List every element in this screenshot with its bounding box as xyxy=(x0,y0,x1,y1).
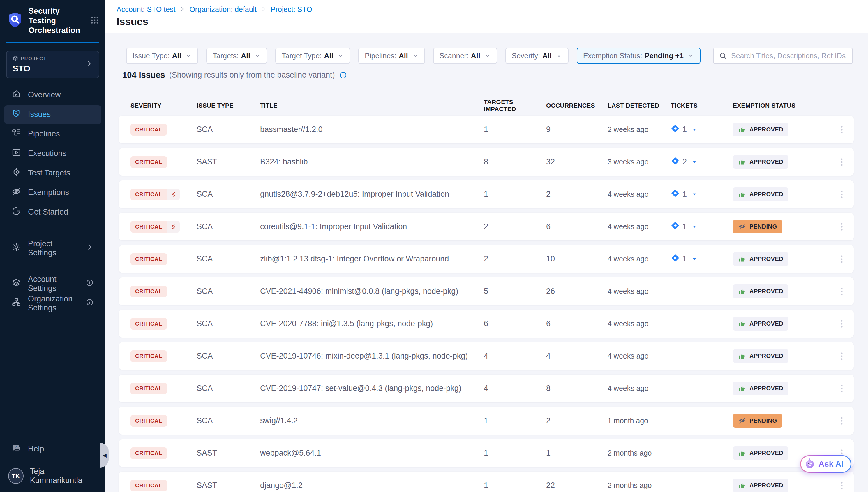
issue-title: webpack@5.64.1 xyxy=(260,448,484,458)
table-row[interactable]: CRITICALSCAcoreutils@9.1-1: Improper Inp… xyxy=(119,213,854,241)
filter-issue-type[interactable]: Issue Type:All xyxy=(126,48,198,64)
severity-stack-icon xyxy=(167,221,180,232)
row-menu-kebab-icon[interactable] xyxy=(837,351,847,361)
filter-scanner[interactable]: Scanner:All xyxy=(433,48,497,64)
exemption-status-cell: APPROVED xyxy=(733,478,837,492)
exemption-status-badge[interactable]: PENDING xyxy=(733,414,782,427)
page-title: Issues xyxy=(116,16,148,27)
exemption-status-badge[interactable]: APPROVED xyxy=(733,478,788,492)
severity-badge: CRITICAL xyxy=(131,221,180,232)
last-detected-cell: 1 month ago xyxy=(608,417,671,425)
jira-ticket-icon xyxy=(671,253,680,264)
exemption-status-badge[interactable]: APPROVED xyxy=(733,188,788,201)
severity-badge: CRITICAL xyxy=(131,253,167,265)
row-menu-kebab-icon[interactable] xyxy=(837,222,847,232)
user-menu[interactable]: TK Teja Kummarikuntla xyxy=(4,466,101,486)
caret-down-icon[interactable] xyxy=(691,159,697,165)
row-menu-kebab-icon[interactable] xyxy=(837,254,847,264)
table-row[interactable]: CRITICALSCACVE-2021-44906: minimist@0.0.… xyxy=(119,277,854,305)
ticket-link[interactable]: 2 xyxy=(671,156,733,167)
table-row[interactable]: CRITICALSCACVE-2019-10746: mixin-deep@1.… xyxy=(119,342,854,370)
filter-target-type[interactable]: Target Type:All xyxy=(275,48,350,64)
severity-badge: CRITICAL xyxy=(131,383,167,394)
project-selector[interactable]: PROJECT STO xyxy=(6,51,99,78)
table-row[interactable]: CRITICALSCACVE-2020-7788: ini@1.3.5 (lan… xyxy=(119,310,854,338)
row-grid: CRITICALSASTwebpack@5.64.1112 months ago… xyxy=(119,439,854,467)
eye-off-icon xyxy=(738,223,746,230)
table-row[interactable]: CRITICALSCAswig//1.4.2121 month agoPENDI… xyxy=(119,407,854,435)
filter-value: All xyxy=(324,52,333,60)
filter-exemption-status[interactable]: Exemption Status:Pending +1 xyxy=(577,48,701,64)
exemption-status-cell: APPROVED xyxy=(733,252,837,266)
row-menu-kebab-icon[interactable] xyxy=(837,416,847,426)
project-label: PROJECT xyxy=(21,56,47,62)
sidebar-item-executions[interactable]: Executions xyxy=(4,144,101,163)
exemption-status-badge[interactable]: APPROVED xyxy=(733,155,788,169)
caret-down-icon[interactable] xyxy=(691,256,697,262)
breadcrumb-link[interactable]: Organization: default xyxy=(189,5,257,14)
account-icon xyxy=(12,278,21,290)
ticket-link[interactable]: 1 xyxy=(671,253,733,264)
row-menu-kebab-icon[interactable] xyxy=(837,157,847,167)
exemption-status-badge[interactable]: APPROVED xyxy=(733,317,788,330)
ticket-link[interactable]: 1 xyxy=(671,189,733,200)
exemption-status-badge[interactable]: APPROVED xyxy=(733,252,788,266)
ticket-link[interactable]: 1 xyxy=(671,124,733,135)
table-row[interactable]: CRITICALSCAzlib@1:1.2.13.dfsg-1: Integer… xyxy=(119,245,854,273)
row-menu-kebab-icon[interactable] xyxy=(837,319,847,329)
row-menu-kebab-icon[interactable] xyxy=(837,384,847,393)
exemption-status-badge[interactable]: APPROVED xyxy=(733,285,788,298)
table-row[interactable]: CRITICALSASTdjango@1.21222 months agoAPP… xyxy=(119,472,854,492)
occurrences-cell: 2 xyxy=(546,416,608,425)
exemption-status-badge[interactable]: APPROVED xyxy=(733,382,788,395)
row-menu-kebab-icon[interactable] xyxy=(837,287,847,296)
row-menu-kebab-icon[interactable] xyxy=(837,190,847,199)
filter-severity[interactable]: Severity:All xyxy=(505,48,569,64)
table-row[interactable]: CRITICALSASTB324: hashlib8323 weeks ago2… xyxy=(119,148,854,176)
sidebar-item-test-targets[interactable]: Test Targets xyxy=(4,164,101,182)
exemption-status-badge[interactable]: PENDING xyxy=(733,220,782,233)
app-grid-icon[interactable] xyxy=(90,15,100,26)
caret-down-icon[interactable] xyxy=(691,224,697,230)
breadcrumb-link[interactable]: Project: STO xyxy=(270,5,312,14)
issue-title: CVE-2019-10746: mixin-deep@1.3.1 (lang-p… xyxy=(260,351,484,361)
exemption-status-cell: APPROVED xyxy=(733,382,837,395)
thumbs-up-icon xyxy=(738,449,746,457)
exemption-status-badge[interactable]: APPROVED xyxy=(733,349,788,363)
severity-badge: CRITICAL xyxy=(131,350,167,362)
thumbs-up-icon xyxy=(738,287,746,295)
row-menu-kebab-icon[interactable] xyxy=(837,125,847,135)
caret-down-icon[interactable] xyxy=(691,192,697,197)
filter-label: Scanner: xyxy=(440,52,469,60)
sidebar-item-project-settings[interactable]: Project Settings xyxy=(4,239,101,258)
sidebar-item-exemptions[interactable]: Exemptions xyxy=(4,183,101,202)
table-row[interactable]: CRITICALSASTwebpack@5.64.1112 months ago… xyxy=(119,439,854,467)
sidebar-item-organization-settings[interactable]: Organization Settings xyxy=(4,294,101,313)
issue-type-cell: SAST xyxy=(196,448,260,458)
ticket-link[interactable]: 1 xyxy=(671,221,733,232)
row-grid: CRITICALSCAgnutls28@3.7.9-2+deb12u5: Imp… xyxy=(119,180,854,208)
sidebar-item-get-started[interactable]: Get Started xyxy=(4,203,101,222)
exemption-status-badge[interactable]: APPROVED xyxy=(733,123,788,137)
row-menu-kebab-icon[interactable] xyxy=(837,481,847,491)
sidebar-item-issues[interactable]: Issues xyxy=(4,105,101,124)
table-row[interactable]: CRITICALSCACVE-2019-10747: set-value@0.4… xyxy=(119,374,854,402)
jira-ticket-icon xyxy=(671,189,680,200)
table-row[interactable]: CRITICALSCAbassmaster//1.2.0192 weeks ag… xyxy=(119,116,854,143)
search-input[interactable] xyxy=(731,52,847,60)
sidebar-item-pipelines[interactable]: Pipelines xyxy=(4,125,101,143)
caret-down-icon[interactable] xyxy=(691,127,697,132)
sidebar-item-overview[interactable]: Overview xyxy=(4,86,101,104)
exemption-status-badge[interactable]: APPROVED xyxy=(733,446,788,460)
sidebar-item-account-settings[interactable]: Account Settings xyxy=(4,275,101,293)
table-row[interactable]: CRITICALSCAgnutls28@3.7.9-2+deb12u5: Imp… xyxy=(119,180,854,208)
info-icon[interactable] xyxy=(339,71,347,79)
filter-pipelines[interactable]: Pipelines:All xyxy=(358,48,425,64)
sidebar-item-help[interactable]: ? Help xyxy=(4,440,101,458)
ask-ai-button[interactable]: Ask AI xyxy=(800,455,851,473)
breadcrumb-link[interactable]: Account: STO test xyxy=(116,5,175,14)
severity-cell: CRITICAL xyxy=(131,383,196,394)
filter-targets[interactable]: Targets:All xyxy=(206,48,267,64)
target-icon xyxy=(12,167,21,179)
chevron-down-icon xyxy=(556,52,562,59)
